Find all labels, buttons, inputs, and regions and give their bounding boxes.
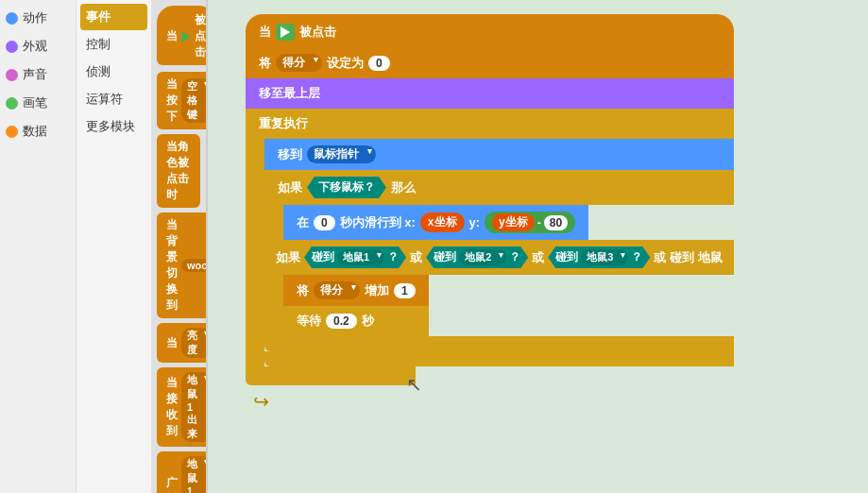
brightness-dropdown[interactable]: 亮度▾ [181,328,206,358]
category-pen[interactable]: 画笔 [0,89,76,117]
wait-value: 0.2 [326,314,357,329]
script-if-mouse-down[interactable]: 如果 下移鼠标？ 那么 [264,170,734,205]
score-value: 0 [368,56,390,71]
script-move-mouse[interactable]: 移到 鼠标指针▾ [264,139,734,170]
flag-icon [181,31,191,42]
hit-mole2-condition: 碰到 地鼠2▾ ？ [426,246,528,268]
sound-dot [6,69,18,81]
repeat-body: 移到 鼠标指针▾ 如果 下移鼠标？ 那么 [246,139,734,366]
repeat-left-bar [246,139,264,366]
category-motion[interactable]: 动作 [0,4,76,32]
if-mouse-cap-bar [264,351,283,366]
score-var-dropdown[interactable]: 得分▾ [276,54,322,72]
repeat-cap-bar [246,366,264,385]
if-hit-cap-fill [283,336,734,351]
if-body: 在 0 秒内滑行到 x: x坐标 y: y坐标 - 80 [264,205,734,240]
script-go-front[interactable]: 移至最上层 [246,78,734,109]
if-hit-cap-bar [264,336,283,351]
script-if-hit[interactable]: 如果 碰到 地鼠1▾ ？ 或 碰到 地鼠2▾ ？ 或 [264,240,734,275]
script-wait[interactable]: 等待 0.2 秒 [283,306,429,336]
scripting-area: 当 被点击 将 得分▾ 设定为 0 移至最上层 重复执行 [208,0,868,493]
pen-dot [6,97,18,110]
receive-dropdown[interactable]: 地鼠1出来▾ [181,372,206,442]
subcat-operators[interactable]: 运算符 [80,86,147,112]
motion-dot [6,12,18,25]
category-looks[interactable]: 外观 [0,32,76,60]
sound-label: 声音 [23,66,47,83]
hit-mole3-condition: 碰到 地鼠3▾ ？ [548,246,650,268]
category-sound[interactable]: 声音 [0,60,76,89]
subcat-control[interactable]: 控制 [80,31,147,58]
return-arrow-icon: ↩ [253,390,269,413]
left-panel: 动作 外观 声音 画笔 数据 事件 [0,0,208,493]
repeat-bottom: ↩ [246,366,734,414]
main-script: 当 被点击 将 得分▾ 设定为 0 移至最上层 重复执行 [246,14,734,414]
category-data[interactable]: 数据 [0,117,76,145]
pen-label: 画笔 [23,94,47,111]
mouse-dropdown[interactable]: 鼠标指针▾ [307,145,376,163]
if-hit-body: 将 得分▾ 增加 1 等待 0.2 秒 [264,275,734,336]
script-add-score[interactable]: 将 得分▾ 增加 1 [283,275,429,306]
y-expr: y坐标 - 80 [485,212,575,233]
block-when-bg[interactable]: 当背景切换到 woods▾ [157,212,206,318]
data-dot [6,126,18,138]
glide-time: 0 [314,215,335,230]
add-score-var[interactable]: 得分▾ [314,281,360,299]
data-label: 数据 [23,123,47,140]
block-when-receive[interactable]: 当接收到 地鼠1出来▾ [157,367,206,447]
repeat-inner: 移到 鼠标指针▾ 如果 下移鼠标？ 那么 [264,139,734,366]
x-coord-reporter: x坐标 [420,212,465,232]
if-inner: 在 0 秒内滑行到 x: x坐标 y: y坐标 - 80 [283,205,588,240]
if-left-bar [264,205,283,240]
script-repeat-top[interactable]: 重复执行 [246,109,734,139]
motion-label: 动作 [23,9,47,26]
hit-mole1-condition: 碰到 地鼠1▾ ？ [304,246,406,268]
repeat-cap-fill [264,366,416,385]
control-label: 控制 [86,36,111,53]
subcategory-list: 事件 控制 侦测 运算符 更多模块 [76,0,151,493]
script-when-flag[interactable]: 当 被点击 [246,14,734,47]
block-broadcast[interactable]: 广播 地鼠1出来▾ [157,451,206,493]
more-label: 更多模块 [86,118,135,135]
return-arrow-row: ↩ [246,385,734,414]
events-label: 事件 [86,8,111,26]
flag-green-icon [276,24,295,41]
mole2-dropdown[interactable]: 地鼠2▾ [459,249,506,265]
looks-dot [6,41,18,53]
repeat-cap [246,366,734,385]
script-set-score[interactable]: 将 得分▾ 设定为 0 [246,47,734,78]
broadcast-dropdown[interactable]: 地鼠1出来▾ [181,456,206,493]
if-hit-cap [264,336,734,351]
script-glide[interactable]: 在 0 秒内滑行到 x: x坐标 y: y坐标 - 80 [283,205,588,240]
bg-dropdown[interactable]: woods▾ [181,259,206,272]
if-hit-inner: 将 得分▾ 增加 1 等待 0.2 秒 [283,275,429,336]
mole3-dropdown[interactable]: 地鼠3▾ [581,249,628,265]
key-dropdown[interactable]: 空格键▾ [181,78,206,123]
block-when-flag[interactable]: 当 被点击 [157,6,206,65]
sensing-label: 侦测 [86,63,111,80]
block-when-sprite[interactable]: 当角色被点击时 [157,134,200,208]
mouse-down-condition: 下移鼠标？ [307,177,386,198]
operators-label: 运算符 [86,91,123,108]
blocks-palette: 当 被点击 当按下 空格键▾ 当角色被点击时 当背景切换到 woods▾ 当 [151,0,206,493]
if-mouse-cap [264,351,734,366]
if-hit-left-bar [264,275,283,336]
subcat-more[interactable]: 更多模块 [80,113,147,140]
category-list: 动作 外观 声音 画笔 数据 [0,0,76,493]
mole1-dropdown[interactable]: 地鼠1▾ [337,249,384,265]
y-coord-reporter: y坐标 [492,213,535,231]
y-offset: 80 [544,215,568,230]
block-when-brightness[interactable]: 当 亮度▾ > 10 [157,323,206,363]
subcat-events[interactable]: 事件 [80,4,147,30]
add-score-value: 1 [394,283,416,298]
subcat-sensing[interactable]: 侦测 [80,59,147,85]
looks-label: 外观 [23,38,47,55]
if-mouse-cap-fill [283,351,734,366]
block-when-key[interactable]: 当按下 空格键▾ [157,72,206,129]
